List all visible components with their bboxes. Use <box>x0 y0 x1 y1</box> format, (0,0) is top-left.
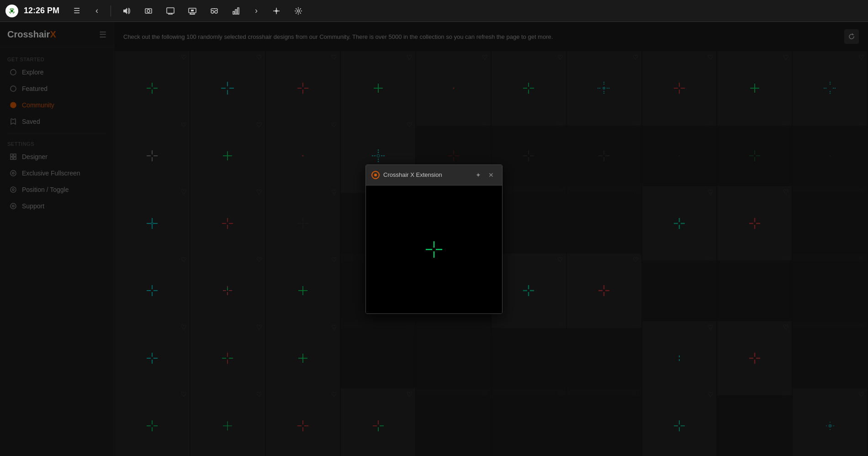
svg-point-22 <box>297 10 300 12</box>
taskbar-chart-btn[interactable] <box>228 3 244 19</box>
svg-rect-5 <box>167 8 174 13</box>
modal-pin-btn[interactable]: ✦ <box>473 170 484 180</box>
xbox-icon <box>5 5 18 17</box>
taskbar-capture-btn[interactable] <box>140 3 157 19</box>
svg-point-14 <box>215 11 217 13</box>
taskbar-separator <box>111 5 111 16</box>
modal-logo-inner <box>374 174 377 176</box>
modal-header-btns: ✦ ✕ <box>473 170 497 180</box>
modal-title: Crosshair X Extension <box>383 171 442 178</box>
modal-close-btn[interactable]: ✕ <box>486 170 497 180</box>
taskbar-binoculars-btn[interactable] <box>206 3 222 19</box>
svg-marker-2 <box>123 8 127 14</box>
taskbar: 12:26 PM ☰ ‹ <box>0 0 868 22</box>
taskbar-settings-btn[interactable] <box>290 3 307 19</box>
svg-rect-18 <box>238 8 239 14</box>
svg-point-1 <box>11 10 13 12</box>
svg-point-4 <box>147 10 150 12</box>
taskbar-menu-btn[interactable]: ☰ <box>69 3 85 19</box>
modal-body <box>366 186 502 313</box>
modal-overlay: Crosshair X Extension ✦ ✕ <box>0 22 868 456</box>
taskbar-time: 12:26 PM <box>24 6 59 16</box>
modal-logo-icon <box>371 171 380 179</box>
taskbar-cast-btn[interactable] <box>184 3 201 19</box>
taskbar-back-btn[interactable]: ‹ <box>90 5 103 17</box>
modal-crosshair-preview <box>420 236 448 263</box>
taskbar-volume-btn[interactable] <box>118 3 135 19</box>
modal-title-area: Crosshair X Extension <box>371 171 442 179</box>
modal-header: Crosshair X Extension ✦ ✕ <box>366 165 502 186</box>
svg-point-13 <box>211 11 214 13</box>
svg-rect-12 <box>191 10 194 11</box>
svg-rect-16 <box>233 11 234 14</box>
taskbar-display-btn[interactable] <box>162 3 179 19</box>
taskbar-cursor-btn[interactable] <box>268 3 285 19</box>
crosshair-extension-modal: Crosshair X Extension ✦ ✕ <box>365 164 503 314</box>
taskbar-more-btn[interactable]: › <box>250 5 263 17</box>
svg-rect-17 <box>235 10 237 14</box>
